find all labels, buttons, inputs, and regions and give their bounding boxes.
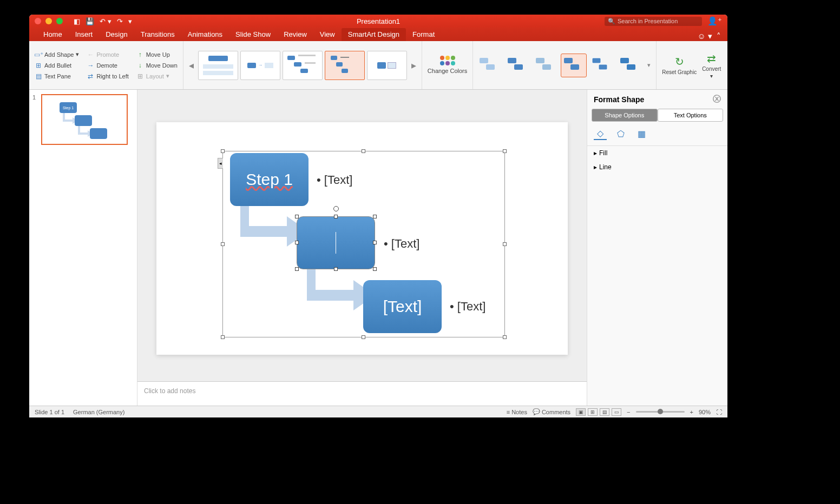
close-window-icon[interactable] bbox=[35, 18, 41, 24]
layout-option-3[interactable] bbox=[283, 51, 323, 80]
qat-more-icon[interactable]: ▾ bbox=[128, 17, 132, 25]
layout-next-icon[interactable]: ▸ bbox=[409, 59, 418, 71]
add-shape-button[interactable]: ▭⁺Add Shape ▾ bbox=[34, 50, 80, 59]
section-line[interactable]: ▸ Line bbox=[587, 160, 727, 174]
layout-option-2[interactable]: → bbox=[240, 51, 280, 80]
reset-graphic-button[interactable]: ↻ Reset Graphic bbox=[662, 55, 697, 75]
add-shape-icon: ▭⁺ bbox=[35, 51, 42, 58]
style-option-4[interactable] bbox=[561, 54, 587, 77]
notes-area[interactable]: Click to add notes bbox=[137, 381, 587, 406]
comments-button[interactable]: 💬 Comments bbox=[533, 408, 570, 415]
tab-shape-options[interactable]: Shape Options bbox=[592, 109, 658, 122]
style-option-1[interactable] bbox=[476, 54, 502, 77]
svg-rect-1 bbox=[486, 64, 495, 70]
tab-format[interactable]: Format bbox=[406, 28, 441, 41]
notes-button[interactable]: ≡ Notes bbox=[507, 409, 527, 415]
color-dots-icon bbox=[440, 56, 455, 65]
style-option-2[interactable] bbox=[504, 54, 530, 77]
convert-button[interactable]: ⇄ Convert ▾ bbox=[702, 52, 721, 79]
style-gallery: ▾ bbox=[473, 41, 657, 89]
tab-home[interactable]: Home bbox=[37, 28, 69, 41]
slide-canvas[interactable]: ◂ Step 1 bbox=[156, 122, 568, 355]
tab-animations[interactable]: Animations bbox=[181, 28, 229, 41]
style-option-3[interactable] bbox=[533, 54, 559, 77]
redo-icon[interactable]: ↷ bbox=[117, 17, 123, 25]
right-to-left-button[interactable]: ⇄Right to Left bbox=[86, 71, 129, 81]
layout-option-1[interactable] bbox=[198, 51, 238, 80]
add-bullet-icon: ⊞ bbox=[35, 62, 42, 69]
reading-view-icon[interactable]: ▤ bbox=[600, 408, 609, 416]
slide-thumb-1[interactable]: 1 Step 1 bbox=[34, 94, 133, 145]
demote-icon: → bbox=[87, 62, 94, 69]
zoom-in-icon[interactable]: + bbox=[690, 409, 693, 415]
text-pane-toggle[interactable]: ◂ bbox=[218, 158, 223, 169]
rotate-handle[interactable] bbox=[333, 206, 339, 211]
tab-text-options[interactable]: Text Options bbox=[658, 109, 724, 122]
layout-option-5[interactable] bbox=[367, 51, 407, 80]
step-box-1[interactable]: Step 1 bbox=[230, 153, 309, 206]
move-down-icon: ↓ bbox=[136, 62, 144, 69]
ribbon-tabs: Home Insert Design Transitions Animation… bbox=[29, 28, 727, 41]
save-icon[interactable]: 💾 bbox=[86, 17, 94, 25]
step-3-text[interactable]: [Text] bbox=[383, 297, 422, 316]
minimize-window-icon[interactable] bbox=[45, 18, 52, 24]
tab-view[interactable]: View bbox=[313, 28, 342, 41]
layout-button[interactable]: ⊞Layout ▾ bbox=[135, 71, 179, 81]
autosave-icon[interactable]: ◧ bbox=[74, 17, 80, 25]
step-box-3[interactable]: [Text] bbox=[363, 280, 442, 333]
move-up-button[interactable]: ↑Move Up bbox=[135, 50, 179, 59]
language-status[interactable]: German (Germany) bbox=[73, 409, 124, 415]
maximize-window-icon[interactable] bbox=[56, 18, 63, 24]
bullet-2[interactable]: • [Text] bbox=[384, 237, 419, 251]
tab-slideshow[interactable]: Slide Show bbox=[229, 28, 277, 41]
layout-icon: ⊞ bbox=[136, 72, 144, 80]
text-pane-button[interactable]: ▤Text Pane bbox=[34, 71, 80, 81]
undo-icon[interactable]: ↶ ▾ bbox=[100, 17, 111, 25]
step-1-text[interactable]: Step 1 bbox=[246, 170, 293, 189]
fill-line-icon[interactable]: ◇ bbox=[594, 127, 607, 140]
tab-review[interactable]: Review bbox=[277, 28, 313, 41]
collapse-ribbon-icon[interactable]: ˄ bbox=[717, 31, 721, 41]
tab-design[interactable]: Design bbox=[99, 28, 134, 41]
close-pane-icon[interactable]: ⓧ bbox=[713, 94, 721, 104]
change-colors-button[interactable]: Change Colors bbox=[422, 41, 473, 89]
normal-view-icon[interactable]: ▣ bbox=[576, 408, 586, 416]
style-option-5[interactable] bbox=[589, 54, 615, 77]
move-down-button[interactable]: ↓Move Down bbox=[135, 61, 179, 70]
demote-button[interactable]: →Demote bbox=[86, 61, 129, 70]
fit-slide-icon[interactable]: ⛶ bbox=[716, 409, 722, 415]
layout-gallery: ◂ → ▸ bbox=[183, 41, 422, 89]
promote-button[interactable]: ←Promote bbox=[86, 50, 129, 59]
svg-rect-9 bbox=[599, 64, 607, 70]
tab-smartart-design[interactable]: SmartArt Design bbox=[342, 28, 406, 41]
style-option-6[interactable] bbox=[617, 54, 643, 77]
titlebar: ◧ 💾 ↶ ▾ ↷ ▾ Presentation1 🔍 👤⁺ bbox=[29, 15, 727, 28]
tab-transitions[interactable]: Transitions bbox=[134, 28, 181, 41]
promote-icon: ← bbox=[87, 51, 94, 58]
feedback-icon[interactable]: ☺ ▾ bbox=[698, 31, 712, 41]
step-box-2[interactable] bbox=[297, 216, 375, 269]
slideshow-view-icon[interactable]: ▭ bbox=[612, 408, 621, 416]
bullet-1[interactable]: • [Text] bbox=[317, 173, 352, 187]
zoom-value[interactable]: 90% bbox=[699, 409, 711, 415]
zoom-slider[interactable] bbox=[636, 411, 685, 413]
search-box[interactable]: 🔍 bbox=[605, 17, 702, 26]
bullet-3[interactable]: • [Text] bbox=[450, 300, 485, 314]
share-icon[interactable]: 👤⁺ bbox=[707, 16, 722, 26]
content-area: 1 Step 1 ◂ bbox=[29, 90, 727, 406]
style-more-icon[interactable]: ▾ bbox=[645, 62, 653, 69]
effects-icon[interactable]: ⬠ bbox=[614, 127, 627, 140]
sorter-view-icon[interactable]: ⊞ bbox=[588, 408, 598, 416]
svg-text:Step 1: Step 1 bbox=[63, 106, 74, 110]
section-fill[interactable]: ▸ Fill bbox=[587, 146, 727, 160]
slide-number: 1 bbox=[32, 94, 36, 101]
statusbar: Slide 1 of 1 German (Germany) ≡ Notes 💬 … bbox=[29, 406, 727, 417]
slide-info[interactable]: Slide 1 of 1 bbox=[35, 409, 64, 415]
tab-insert[interactable]: Insert bbox=[69, 28, 100, 41]
add-bullet-button[interactable]: ⊞Add Bullet bbox=[34, 61, 80, 70]
layout-prev-icon[interactable]: ◂ bbox=[187, 59, 196, 71]
zoom-out-icon[interactable]: − bbox=[627, 409, 630, 415]
search-input[interactable] bbox=[618, 18, 699, 24]
layout-option-4[interactable] bbox=[325, 51, 365, 80]
size-props-icon[interactable]: ▦ bbox=[635, 127, 648, 140]
